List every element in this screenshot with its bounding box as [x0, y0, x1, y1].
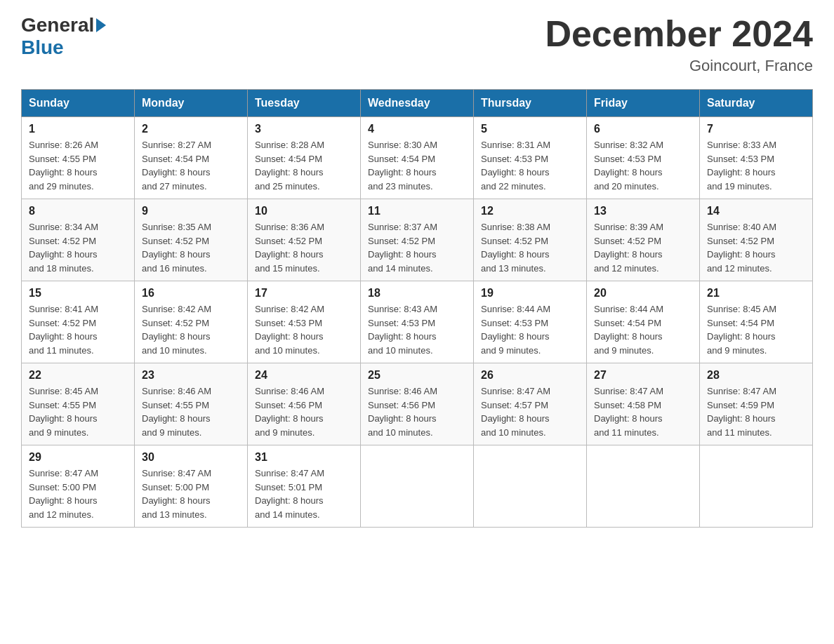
- page-header: General Blue December 2024 Goincourt, Fr…: [21, 14, 813, 75]
- calendar-cell: 21 Sunrise: 8:45 AM Sunset: 4:54 PM Dayl…: [700, 281, 813, 363]
- day-info: Sunrise: 8:42 AM Sunset: 4:53 PM Dayligh…: [255, 302, 353, 357]
- day-number: 8: [29, 205, 127, 217]
- calendar-cell: 14 Sunrise: 8:40 AM Sunset: 4:52 PM Dayl…: [700, 199, 813, 281]
- calendar-cell: 12 Sunrise: 8:38 AM Sunset: 4:52 PM Dayl…: [474, 199, 587, 281]
- day-info: Sunrise: 8:36 AM Sunset: 4:52 PM Dayligh…: [255, 220, 353, 275]
- day-number: 10: [255, 205, 353, 217]
- calendar-cell: 13 Sunrise: 8:39 AM Sunset: 4:52 PM Dayl…: [587, 199, 700, 281]
- calendar-cell: 9 Sunrise: 8:35 AM Sunset: 4:52 PM Dayli…: [135, 199, 248, 281]
- day-number: 12: [481, 205, 579, 217]
- calendar-cell: 28 Sunrise: 8:47 AM Sunset: 4:59 PM Dayl…: [700, 363, 813, 445]
- day-info: Sunrise: 8:46 AM Sunset: 4:55 PM Dayligh…: [142, 384, 240, 439]
- day-number: 28: [707, 369, 805, 382]
- day-number: 23: [142, 369, 240, 382]
- logo: General Blue: [21, 14, 108, 59]
- calendar-week-row: 8 Sunrise: 8:34 AM Sunset: 4:52 PM Dayli…: [22, 199, 813, 281]
- day-info: Sunrise: 8:40 AM Sunset: 4:52 PM Dayligh…: [707, 220, 805, 275]
- day-info: Sunrise: 8:42 AM Sunset: 4:52 PM Dayligh…: [142, 302, 240, 357]
- calendar-cell: [700, 445, 813, 528]
- day-info: Sunrise: 8:39 AM Sunset: 4:52 PM Dayligh…: [594, 220, 692, 275]
- calendar-cell: 26 Sunrise: 8:47 AM Sunset: 4:57 PM Dayl…: [474, 363, 587, 445]
- calendar-cell: 20 Sunrise: 8:44 AM Sunset: 4:54 PM Dayl…: [587, 281, 700, 363]
- title-area: December 2024 Goincourt, France: [545, 14, 813, 75]
- calendar-cell: 16 Sunrise: 8:42 AM Sunset: 4:52 PM Dayl…: [135, 281, 248, 363]
- col-saturday: Saturday: [700, 90, 813, 117]
- day-info: Sunrise: 8:47 AM Sunset: 4:57 PM Dayligh…: [481, 384, 579, 439]
- calendar-cell: 3 Sunrise: 8:28 AM Sunset: 4:54 PM Dayli…: [248, 117, 361, 199]
- day-number: 16: [142, 287, 240, 300]
- day-info: Sunrise: 8:32 AM Sunset: 4:53 PM Dayligh…: [594, 138, 692, 193]
- day-info: Sunrise: 8:46 AM Sunset: 4:56 PM Dayligh…: [255, 384, 353, 439]
- day-number: 5: [481, 123, 579, 135]
- day-info: Sunrise: 8:45 AM Sunset: 4:54 PM Dayligh…: [707, 302, 805, 357]
- day-info: Sunrise: 8:26 AM Sunset: 4:55 PM Dayligh…: [29, 138, 127, 193]
- col-tuesday: Tuesday: [248, 90, 361, 117]
- day-info: Sunrise: 8:47 AM Sunset: 5:00 PM Dayligh…: [142, 467, 240, 521]
- day-number: 2: [142, 123, 240, 135]
- calendar-cell: 6 Sunrise: 8:32 AM Sunset: 4:53 PM Dayli…: [587, 117, 700, 199]
- day-number: 20: [594, 287, 692, 300]
- calendar-cell: 22 Sunrise: 8:45 AM Sunset: 4:55 PM Dayl…: [22, 363, 135, 445]
- calendar-cell: 29 Sunrise: 8:47 AM Sunset: 5:00 PM Dayl…: [22, 445, 135, 528]
- calendar-cell: 15 Sunrise: 8:41 AM Sunset: 4:52 PM Dayl…: [22, 281, 135, 363]
- day-number: 27: [594, 369, 692, 382]
- calendar-cell: 10 Sunrise: 8:36 AM Sunset: 4:52 PM Dayl…: [248, 199, 361, 281]
- logo-text: General: [21, 14, 108, 36]
- calendar-header-row: Sunday Monday Tuesday Wednesday Thursday…: [22, 90, 813, 117]
- calendar-week-row: 22 Sunrise: 8:45 AM Sunset: 4:55 PM Dayl…: [22, 363, 813, 445]
- calendar-cell: 18 Sunrise: 8:43 AM Sunset: 4:53 PM Dayl…: [361, 281, 474, 363]
- day-info: Sunrise: 8:35 AM Sunset: 4:52 PM Dayligh…: [142, 220, 240, 275]
- day-number: 26: [481, 369, 579, 382]
- calendar-cell: 7 Sunrise: 8:33 AM Sunset: 4:53 PM Dayli…: [700, 117, 813, 199]
- day-number: 21: [707, 287, 805, 300]
- day-info: Sunrise: 8:41 AM Sunset: 4:52 PM Dayligh…: [29, 302, 127, 357]
- day-number: 7: [707, 123, 805, 135]
- day-number: 24: [255, 369, 353, 382]
- day-number: 4: [368, 123, 466, 135]
- day-info: Sunrise: 8:37 AM Sunset: 4:52 PM Dayligh…: [368, 220, 466, 275]
- calendar-cell: 31 Sunrise: 8:47 AM Sunset: 5:01 PM Dayl…: [248, 445, 361, 528]
- calendar-cell: 11 Sunrise: 8:37 AM Sunset: 4:52 PM Dayl…: [361, 199, 474, 281]
- calendar-cell: 5 Sunrise: 8:31 AM Sunset: 4:53 PM Dayli…: [474, 117, 587, 199]
- calendar-table: Sunday Monday Tuesday Wednesday Thursday…: [21, 89, 813, 528]
- day-info: Sunrise: 8:30 AM Sunset: 4:54 PM Dayligh…: [368, 138, 466, 193]
- calendar-cell: 8 Sunrise: 8:34 AM Sunset: 4:52 PM Dayli…: [22, 199, 135, 281]
- calendar-week-row: 29 Sunrise: 8:47 AM Sunset: 5:00 PM Dayl…: [22, 445, 813, 528]
- calendar-cell: [587, 445, 700, 528]
- day-info: Sunrise: 8:43 AM Sunset: 4:53 PM Dayligh…: [368, 302, 466, 357]
- col-monday: Monday: [135, 90, 248, 117]
- day-number: 13: [594, 205, 692, 217]
- logo-arrow-icon: [96, 18, 106, 32]
- day-info: Sunrise: 8:33 AM Sunset: 4:53 PM Dayligh…: [707, 138, 805, 193]
- day-info: Sunrise: 8:44 AM Sunset: 4:54 PM Dayligh…: [594, 302, 692, 357]
- calendar-cell: [361, 445, 474, 528]
- calendar-cell: 23 Sunrise: 8:46 AM Sunset: 4:55 PM Dayl…: [135, 363, 248, 445]
- day-number: 15: [29, 287, 127, 300]
- day-number: 17: [255, 287, 353, 300]
- day-number: 30: [142, 451, 240, 464]
- logo-general: General: [21, 14, 94, 36]
- day-number: 3: [255, 123, 353, 135]
- day-info: Sunrise: 8:47 AM Sunset: 4:59 PM Dayligh…: [707, 384, 805, 439]
- day-info: Sunrise: 8:38 AM Sunset: 4:52 PM Dayligh…: [481, 220, 579, 275]
- col-sunday: Sunday: [22, 90, 135, 117]
- day-number: 18: [368, 287, 466, 300]
- calendar-week-row: 1 Sunrise: 8:26 AM Sunset: 4:55 PM Dayli…: [22, 117, 813, 199]
- location-text: Goincourt, France: [545, 57, 813, 75]
- logo-blue: Blue: [21, 36, 64, 58]
- calendar-cell: 24 Sunrise: 8:46 AM Sunset: 4:56 PM Dayl…: [248, 363, 361, 445]
- day-info: Sunrise: 8:46 AM Sunset: 4:56 PM Dayligh…: [368, 384, 466, 439]
- day-info: Sunrise: 8:28 AM Sunset: 4:54 PM Dayligh…: [255, 138, 353, 193]
- calendar-cell: 2 Sunrise: 8:27 AM Sunset: 4:54 PM Dayli…: [135, 117, 248, 199]
- calendar-cell: 17 Sunrise: 8:42 AM Sunset: 4:53 PM Dayl…: [248, 281, 361, 363]
- day-info: Sunrise: 8:44 AM Sunset: 4:53 PM Dayligh…: [481, 302, 579, 357]
- col-wednesday: Wednesday: [361, 90, 474, 117]
- day-number: 14: [707, 205, 805, 217]
- day-number: 6: [594, 123, 692, 135]
- day-number: 11: [368, 205, 466, 217]
- col-friday: Friday: [587, 90, 700, 117]
- calendar-cell: 19 Sunrise: 8:44 AM Sunset: 4:53 PM Dayl…: [474, 281, 587, 363]
- day-info: Sunrise: 8:47 AM Sunset: 5:00 PM Dayligh…: [29, 467, 127, 521]
- col-thursday: Thursday: [474, 90, 587, 117]
- day-number: 1: [29, 123, 127, 135]
